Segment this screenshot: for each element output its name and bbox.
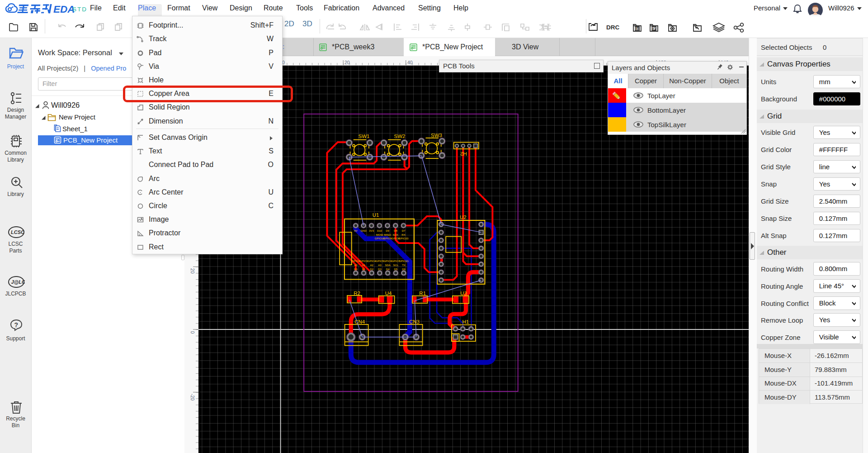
svg-text:D1: D1: [362, 268, 366, 271]
svg-text:U2: U2: [460, 215, 467, 220]
svg-text:0: 0: [190, 331, 195, 334]
svg-text:GPIO5: GPIO5: [376, 260, 384, 262]
svg-text:GPIO20: GPIO20: [399, 237, 409, 240]
svg-text:D9: D9: [386, 229, 389, 232]
svg-text:H2: H2: [460, 151, 467, 157]
svg-text:D10: D10: [377, 229, 382, 232]
svg-text:GPIO3: GPIO3: [359, 260, 368, 262]
svg-text:H1: H1: [462, 319, 469, 324]
svg-text:EDA: EDA: [53, 4, 75, 15]
svg-text:GPIO6: GPIO6: [383, 260, 392, 262]
svg-text:GND: GND: [360, 229, 367, 232]
svg-text:40: 40: [407, 60, 413, 65]
svg-text:20: 20: [190, 268, 195, 274]
svg-text:SW3: SW3: [431, 133, 442, 138]
svg-text:D5: D5: [394, 268, 397, 271]
svg-text:GPIO4: GPIO4: [368, 260, 376, 262]
svg-text:CN4: CN4: [354, 319, 365, 324]
svg-text:D0: D0: [354, 268, 358, 271]
svg-text:U3: U3: [460, 291, 467, 296]
svg-text:J@LC: J@LC: [11, 279, 25, 285]
svg-text:R1: R1: [419, 291, 426, 296]
svg-text:D3: D3: [378, 268, 382, 271]
svg-text:U4: U4: [385, 291, 392, 296]
svg-text:-20: -20: [190, 394, 195, 401]
svg-text:MOSI: MOSI: [376, 234, 383, 236]
svg-text:RX: RX: [401, 234, 405, 236]
svg-text:20: 20: [344, 60, 350, 65]
svg-text:CN3: CN3: [409, 319, 420, 324]
svg-text:SW1: SW1: [359, 134, 370, 139]
svg-text:MISO: MISO: [384, 234, 391, 236]
svg-text:SCK: SCK: [393, 234, 398, 236]
svg-text:5V: 5V: [354, 229, 357, 232]
svg-text:SDA: SDA: [385, 264, 390, 267]
svg-text:G: G: [653, 26, 656, 31]
svg-text:D4: D4: [386, 268, 390, 271]
svg-text:GPIO9: GPIO9: [383, 237, 392, 240]
svg-text:3V3: 3V3: [369, 229, 374, 232]
svg-text:D6: D6: [402, 268, 406, 271]
svg-text:D7: D7: [402, 229, 406, 232]
svg-text:R2: R2: [354, 291, 360, 296]
svg-text:SCL: SCL: [393, 264, 398, 267]
svg-text:GPIO2: GPIO2: [352, 260, 360, 262]
svg-text:D8: D8: [394, 229, 397, 232]
svg-text:A2: A2: [370, 264, 374, 267]
svg-text:LCSC: LCSC: [11, 229, 25, 235]
svg-text:A1: A1: [362, 264, 366, 267]
svg-text:B: B: [636, 26, 639, 31]
svg-text:?: ?: [14, 321, 19, 329]
svg-text:DRC: DRC: [606, 24, 619, 31]
svg-text:GPIO21: GPIO21: [399, 260, 409, 262]
svg-text:TX: TX: [402, 264, 406, 267]
svg-text:U1: U1: [373, 212, 379, 218]
svg-text:SW2: SW2: [394, 134, 406, 139]
svg-text:A3: A3: [378, 264, 382, 267]
svg-text:D2: D2: [370, 268, 373, 271]
svg-text:A0: A0: [354, 264, 358, 267]
